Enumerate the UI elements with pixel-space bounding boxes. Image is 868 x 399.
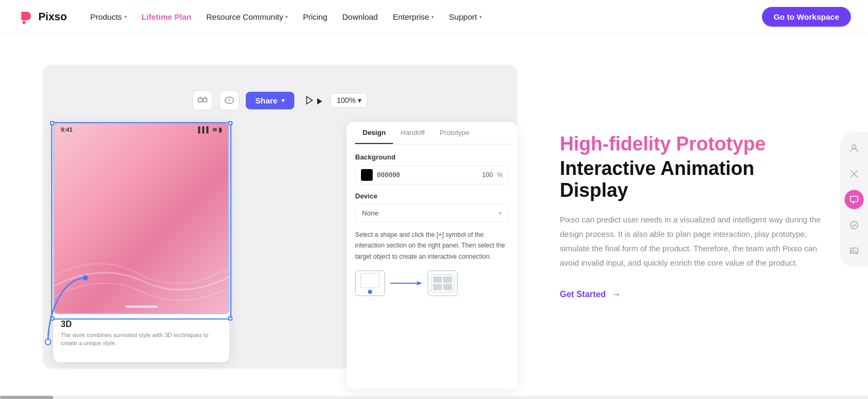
svg-point-14: [850, 221, 858, 229]
zoom-chevron-icon: ▾: [358, 96, 361, 105]
nav-links: Products ▾ Lifetime Plan Resource Commun…: [84, 9, 762, 25]
properties-panel: Design Handoff Prototype Background 0000…: [347, 122, 517, 389]
chevron-down-icon: ▾: [479, 14, 482, 20]
logo[interactable]: Pixso: [17, 9, 67, 26]
arrow-icon: →: [611, 289, 621, 300]
svg-point-5: [228, 100, 230, 101]
panel-tabs: Design Handoff Prototype: [347, 122, 517, 145]
nav-item-enterprise[interactable]: Enterprise ▾: [387, 9, 440, 25]
info-section: High-fidelity Prototype Interactive Anim…: [549, 133, 825, 300]
cut-icon[interactable]: [845, 164, 864, 183]
toolbar: Share ▾ 100% ▾: [43, 90, 517, 110]
svg-marker-11: [417, 281, 422, 285]
share-chevron-icon: ▾: [282, 97, 285, 104]
phone-screen: 9:41 ▌▌▌ ≋ ▮: [53, 122, 229, 314]
nav-item-pricing[interactable]: Pricing: [296, 9, 334, 25]
phone-desc: The work combines surrealist style with …: [61, 331, 222, 348]
share-button[interactable]: Share ▾: [246, 92, 295, 109]
tab-design[interactable]: Design: [355, 122, 393, 144]
bg-percent-sign: %: [497, 171, 503, 179]
mockup-wrapper: Share ▾ 100% ▾ 9:41 ▌▌▌ ≋ ▮: [43, 65, 517, 369]
message-icon[interactable]: [845, 190, 864, 209]
check-icon[interactable]: [845, 216, 864, 235]
flow-box-right: [428, 270, 457, 296]
flow-connector: [390, 278, 422, 289]
get-started-label: Get Started: [560, 290, 606, 299]
phone-time: 9:41: [61, 126, 73, 133]
headline-black: Interactive Animation Display: [560, 157, 825, 202]
phone-status-bar: 9:41 ▌▌▌ ≋ ▮: [54, 126, 228, 133]
tab-handoff[interactable]: Handoff: [393, 122, 432, 144]
chevron-down-icon: ▾: [285, 14, 288, 20]
comment-icon[interactable]: [219, 90, 239, 110]
side-icons: [840, 132, 868, 267]
scrollbar-thumb[interactable]: [0, 396, 53, 399]
headline-gradient: High-fidelity Prototype: [560, 133, 825, 155]
bg-color-swatch: [361, 169, 373, 181]
background-row[interactable]: 000000 100 %: [355, 165, 509, 185]
play-button[interactable]: [303, 94, 324, 106]
tab-prototype[interactable]: Prototype: [432, 122, 477, 144]
plugin-icon[interactable]: [192, 90, 213, 110]
info-body: Pixso can predict user needs in a visual…: [560, 212, 825, 270]
phone-info: 3D The work combines surrealist style wi…: [53, 314, 229, 353]
nav-item-resource-community[interactable]: Resource Community ▾: [200, 9, 294, 25]
svg-rect-13: [850, 196, 858, 202]
panel-body: Background 000000 100 % Device None ▾ Se…: [347, 145, 517, 305]
svg-point-1: [22, 21, 26, 24]
device-value: None: [362, 209, 379, 217]
logo-icon: [17, 9, 34, 26]
chevron-down-icon: ▾: [124, 14, 127, 20]
flow-box-left: [355, 270, 385, 296]
go-to-workspace-button[interactable]: Go to Workspace: [762, 7, 851, 27]
phone-panel: 9:41 ▌▌▌ ≋ ▮ 3D The work combines surrea…: [53, 122, 229, 362]
svg-rect-3: [203, 98, 207, 102]
bg-hex-value: 000000: [377, 171, 478, 179]
scrollbar[interactable]: [0, 396, 868, 399]
logo-text: Pixso: [38, 11, 67, 23]
device-select[interactable]: None ▾: [355, 204, 509, 222]
main-content: Share ▾ 100% ▾ 9:41 ▌▌▌ ≋ ▮: [0, 34, 868, 399]
home-indicator: [125, 306, 157, 308]
user-icon[interactable]: [845, 139, 864, 158]
svg-point-4: [225, 97, 234, 103]
nav-item-lifetime-plan[interactable]: Lifetime Plan: [135, 9, 198, 25]
phone-title: 3D: [61, 320, 222, 329]
image-icon[interactable]: [845, 241, 864, 260]
get-started-link[interactable]: Get Started →: [560, 289, 825, 300]
svg-marker-6: [307, 97, 312, 104]
nav-item-download[interactable]: Download: [336, 9, 384, 25]
navigation: Pixso Products ▾ Lifetime Plan Resource …: [0, 0, 868, 34]
nav-item-support[interactable]: Support ▾: [443, 9, 488, 25]
phone-signal-icons: ▌▌▌ ≋ ▮: [198, 126, 222, 133]
background-label: Background: [355, 153, 509, 161]
bg-opacity-value: 100: [482, 171, 493, 179]
svg-point-9: [45, 339, 51, 345]
svg-rect-2: [198, 98, 202, 102]
flow-diagram: [355, 270, 509, 296]
nav-item-products[interactable]: Products ▾: [84, 9, 133, 25]
chevron-down-icon: ▾: [431, 14, 434, 20]
hint-text: Select a shape and click the [+] symbol …: [355, 229, 509, 262]
zoom-control[interactable]: 100% ▾: [331, 93, 367, 108]
device-label: Device: [355, 192, 509, 200]
svg-marker-7: [317, 98, 322, 105]
device-chevron-icon: ▾: [499, 210, 502, 216]
svg-point-12: [853, 145, 856, 149]
